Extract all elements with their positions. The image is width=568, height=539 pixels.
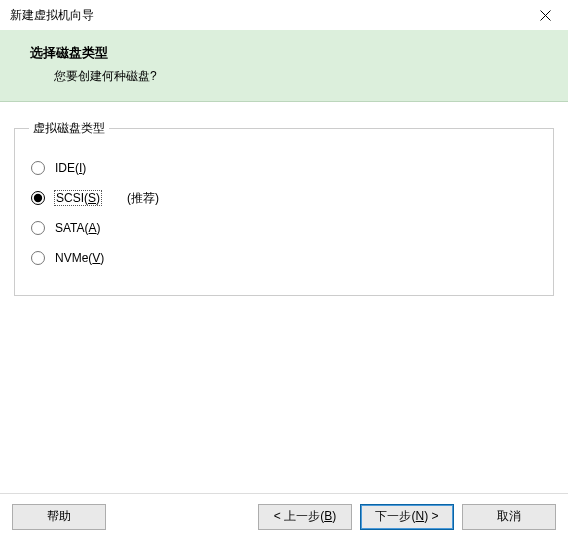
option-ide-label[interactable]: IDE(I) [55,161,86,175]
wizard-header: 选择磁盘类型 您要创建何种磁盘? [0,30,568,102]
wizard-content: 虚拟磁盘类型 IDE(I) SCSI(S) (推荐) SATA(A) NVMe(… [0,102,568,296]
radio-ide[interactable] [31,161,45,175]
option-nvme[interactable]: NVMe(V) [31,247,539,269]
disk-type-legend: 虚拟磁盘类型 [29,120,109,137]
wizard-heading: 选择磁盘类型 [30,44,548,62]
option-scsi-label[interactable]: SCSI(S) [55,191,101,205]
next-button[interactable]: 下一步(N) > [360,504,454,530]
option-sata[interactable]: SATA(A) [31,217,539,239]
option-sata-label[interactable]: SATA(A) [55,221,101,235]
option-nvme-label[interactable]: NVMe(V) [55,251,104,265]
radio-nvme[interactable] [31,251,45,265]
help-button[interactable]: 帮助 [12,504,106,530]
titlebar: 新建虚拟机向导 [0,0,568,30]
radio-sata[interactable] [31,221,45,235]
disk-type-group: 虚拟磁盘类型 IDE(I) SCSI(S) (推荐) SATA(A) NVMe(… [14,120,554,296]
recommended-label: (推荐) [127,190,159,207]
cancel-button[interactable]: 取消 [462,504,556,530]
option-scsi[interactable]: SCSI(S) (推荐) [31,187,539,209]
wizard-subheading: 您要创建何种磁盘? [30,68,548,85]
option-ide[interactable]: IDE(I) [31,157,539,179]
close-icon [540,10,551,21]
radio-scsi[interactable] [31,191,45,205]
wizard-footer: 帮助 < 上一步(B) 下一步(N) > 取消 [0,493,568,539]
back-button[interactable]: < 上一步(B) [258,504,352,530]
window-title: 新建虚拟机向导 [10,7,523,24]
close-button[interactable] [523,0,568,30]
